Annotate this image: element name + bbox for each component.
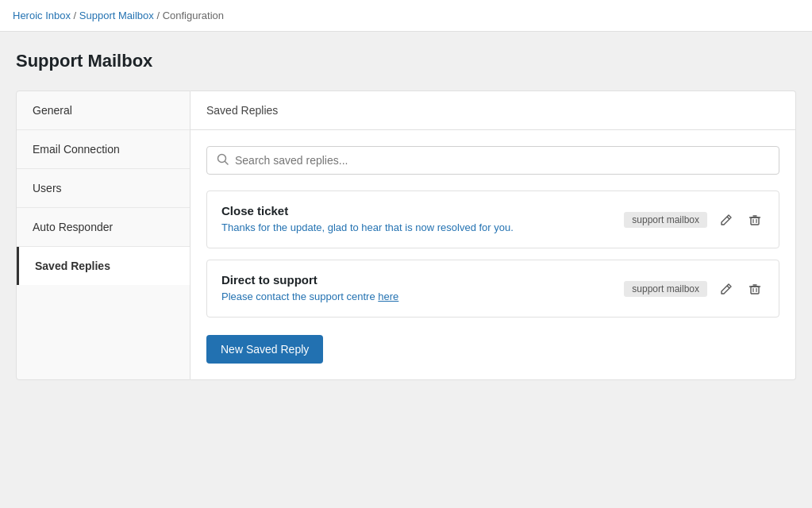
- svg-line-1: [225, 162, 229, 165]
- reply-preview: Please contact the support centre here: [221, 290, 608, 304]
- reply-preview: Thanks for the update, glad to hear that…: [221, 221, 608, 235]
- svg-rect-3: [751, 217, 759, 225]
- pencil-icon: [720, 283, 733, 295]
- panel-body: Close ticket Thanks for the update, glad…: [190, 130, 795, 379]
- edit-reply-button[interactable]: [717, 210, 736, 229]
- reply-preview-plain: Please contact the support centre: [221, 291, 378, 302]
- reply-badge: support mailbox: [624, 212, 707, 228]
- reply-right: support mailbox: [624, 210, 764, 229]
- reply-card-direct-to-support: Direct to support Please contact the sup…: [206, 260, 779, 318]
- reply-info: Close ticket Thanks for the update, glad…: [221, 204, 608, 235]
- sidebar-item-users[interactable]: Users: [17, 169, 190, 208]
- svg-line-2: [727, 217, 729, 219]
- search-icon: [217, 153, 229, 167]
- new-saved-reply-button[interactable]: New Saved Reply: [206, 335, 323, 364]
- sidebar: General Email Connection Users Auto Resp…: [16, 90, 190, 380]
- search-input[interactable]: [235, 154, 769, 167]
- delete-reply-button[interactable]: [745, 210, 764, 229]
- breadcrumb-home-link[interactable]: Heroic Inbox: [13, 10, 71, 21]
- page-title: Support Mailbox: [16, 51, 796, 71]
- svg-rect-9: [751, 287, 759, 294]
- trash-icon: [749, 214, 761, 226]
- trash-icon: [749, 283, 761, 295]
- reply-title: Close ticket: [221, 204, 608, 217]
- sidebar-item-email-connection[interactable]: Email Connection: [17, 130, 190, 169]
- reply-preview-link[interactable]: here: [378, 291, 398, 302]
- reply-card-close-ticket: Close ticket Thanks for the update, glad…: [206, 190, 779, 248]
- pencil-icon: [720, 214, 733, 226]
- panel-header: Saved Replies: [190, 91, 795, 130]
- search-bar: [206, 146, 779, 175]
- breadcrumb-current: Configuration: [163, 10, 224, 21]
- svg-line-8: [727, 286, 729, 288]
- sidebar-item-saved-replies[interactable]: Saved Replies: [17, 247, 190, 285]
- main-panel: Saved Replies Close ticket Tha: [190, 90, 796, 380]
- edit-reply-button[interactable]: [717, 279, 736, 298]
- breadcrumb-sep2: /: [156, 10, 162, 21]
- delete-reply-button[interactable]: [745, 279, 764, 298]
- sidebar-item-general[interactable]: General: [17, 91, 190, 130]
- reply-right: support mailbox: [624, 279, 764, 298]
- breadcrumb: Heroic Inbox / Support Mailbox / Configu…: [0, 0, 812, 32]
- reply-badge: support mailbox: [624, 281, 707, 297]
- breadcrumb-sep1: /: [74, 10, 79, 21]
- reply-title: Direct to support: [221, 273, 608, 287]
- sidebar-item-auto-responder[interactable]: Auto Responder: [17, 208, 190, 247]
- reply-info: Direct to support Please contact the sup…: [221, 273, 608, 304]
- breadcrumb-section-link[interactable]: Support Mailbox: [79, 10, 154, 21]
